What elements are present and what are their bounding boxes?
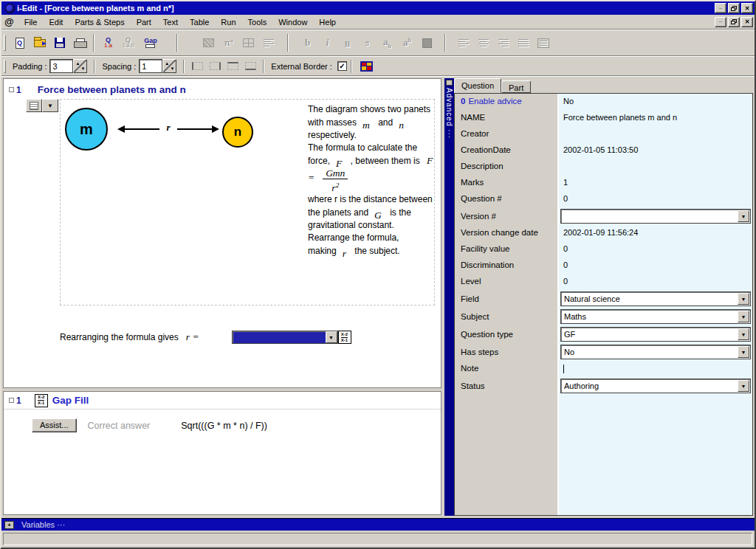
- menu-file[interactable]: File: [18, 15, 44, 29]
- justify-button[interactable]: [513, 33, 533, 53]
- padding-input[interactable]: 3: [49, 59, 73, 73]
- insert-image-button[interactable]: [199, 33, 219, 53]
- property-label[interactable]: Subject: [455, 312, 559, 321]
- menu-edit[interactable]: Edit: [43, 15, 69, 29]
- menu-help[interactable]: Help: [313, 15, 342, 29]
- property-label[interactable]: Marks: [455, 175, 559, 187]
- status-combobox[interactable]: Authoring▼: [560, 379, 751, 393]
- child-minimize-button[interactable]: _: [715, 17, 726, 27]
- close-button[interactable]: ✕: [741, 3, 753, 13]
- align-right-button[interactable]: [493, 33, 513, 53]
- gap-fill-icon[interactable]: X-2X-1: [338, 331, 351, 344]
- property-value[interactable]: [559, 159, 752, 162]
- print-button[interactable]: [69, 33, 89, 53]
- child-restore-button[interactable]: [728, 17, 740, 27]
- border-top-button[interactable]: [224, 59, 241, 74]
- subject-combobox[interactable]: Maths▼: [560, 309, 751, 324]
- gap-button[interactable]: Gap: [138, 33, 163, 53]
- property-label[interactable]: Discrimination: [455, 258, 559, 269]
- padding-stepper[interactable]: ▲▼: [73, 59, 87, 73]
- spacing-stepper[interactable]: ▲▼: [162, 59, 176, 73]
- menu-text[interactable]: Text: [157, 15, 184, 29]
- paragraph-button[interactable]: [258, 33, 278, 53]
- property-value[interactable]: 0: [559, 258, 752, 269]
- align-center-button[interactable]: [473, 33, 493, 53]
- property-value[interactable]: 0: [559, 191, 752, 203]
- property-label[interactable]: Creator: [455, 126, 559, 138]
- property-label[interactable]: Version #: [455, 212, 559, 221]
- preview-question-button[interactable]: Q: [10, 33, 30, 53]
- restore-button[interactable]: [728, 3, 740, 13]
- property-value[interactable]: No: [559, 94, 752, 106]
- property-label[interactable]: Question type: [455, 330, 559, 339]
- underline-button[interactable]: u: [337, 33, 357, 53]
- question-title[interactable]: Force between planets m and n: [38, 84, 186, 95]
- chevron-down-icon[interactable]: ▼: [738, 210, 749, 222]
- open-button[interactable]: [30, 33, 49, 53]
- property-value[interactable]: 0: [559, 274, 752, 286]
- toolbar-grabber[interactable]: [4, 60, 6, 73]
- menu-tools[interactable]: Tools: [242, 15, 273, 29]
- chevron-down-icon[interactable]: ▼: [738, 380, 749, 392]
- property-label[interactable]: Level: [455, 274, 559, 286]
- gap-fill-title[interactable]: Gap Fill: [52, 395, 89, 406]
- menu-window[interactable]: Window: [272, 15, 313, 29]
- table-colors-button[interactable]: [360, 61, 373, 72]
- property-value[interactable]: 2002-01-05 11:03:50: [559, 142, 752, 154]
- superscript-button[interactable]: ab: [397, 33, 417, 53]
- tab-question[interactable]: Question: [454, 78, 501, 93]
- chevron-down-icon[interactable]: ▼: [738, 293, 749, 305]
- advanced-splitter[interactable]: Advanced ···: [444, 78, 454, 516]
- minimize-button[interactable]: _: [715, 3, 726, 13]
- property-label[interactable]: CreationDate: [455, 142, 559, 154]
- chevron-down-icon[interactable]: ▼: [738, 346, 749, 358]
- property-label[interactable]: Question #: [455, 191, 559, 203]
- border-right-button[interactable]: [206, 59, 224, 74]
- menu-run[interactable]: Run: [215, 15, 241, 29]
- align-left-button[interactable]: [453, 33, 473, 53]
- property-value[interactable]: [559, 126, 752, 129]
- collapse-box-icon[interactable]: [9, 398, 14, 403]
- question-step-button[interactable]: Q1.a.b: [118, 33, 138, 53]
- tab-part[interactable]: Part: [501, 80, 531, 93]
- italic-button[interactable]: i: [317, 33, 337, 53]
- property-value[interactable]: 2002-01-09 11:56:24: [559, 225, 752, 237]
- question-text[interactable]: The diagram shows two panets with masses…: [308, 103, 438, 258]
- toolbar-grabber[interactable]: [4, 35, 6, 51]
- has-steps-combobox[interactable]: No▼: [560, 345, 751, 359]
- property-label[interactable]: Facility value: [455, 241, 559, 253]
- menu-part[interactable]: Part: [131, 15, 157, 29]
- document-icon[interactable]: @: [4, 16, 14, 27]
- text-color-button[interactable]: [417, 33, 437, 53]
- property-label[interactable]: Version change date: [455, 225, 559, 237]
- bold-button[interactable]: b: [298, 33, 317, 53]
- question-part-button[interactable]: Q1.a: [98, 33, 118, 53]
- property-value[interactable]: Force between planets m and n: [559, 110, 752, 122]
- strikethrough-button[interactable]: s: [357, 33, 377, 53]
- property-value[interactable]: 0: [559, 241, 752, 253]
- insert-equation-button[interactable]: π³: [219, 33, 238, 53]
- property-label[interactable]: Has steps: [455, 348, 559, 356]
- property-label[interactable]: Status: [455, 381, 559, 390]
- correct-answer-value[interactable]: Sqrt(((G * m * n) / F)): [181, 421, 267, 431]
- chevron-down-icon[interactable]: ▼: [738, 328, 749, 340]
- insert-table-button[interactable]: [238, 33, 258, 53]
- spacing-input[interactable]: 1: [139, 59, 162, 73]
- external-border-checkbox[interactable]: ✓: [337, 61, 347, 71]
- property-label[interactable]: Note: [455, 361, 559, 373]
- assist-button[interactable]: Assist...: [32, 418, 77, 432]
- child-close-button[interactable]: ✕: [741, 17, 753, 27]
- chevron-down-icon[interactable]: ▼: [326, 331, 337, 343]
- property-label[interactable]: Description: [455, 159, 559, 170]
- collapse-box-icon[interactable]: [9, 87, 14, 92]
- line-spacing-button[interactable]: [533, 33, 553, 53]
- answer-dropdown[interactable]: ▼: [232, 331, 338, 344]
- property-label[interactable]: NAME: [455, 110, 559, 122]
- field-combobox[interactable]: Natural science▼: [560, 291, 751, 306]
- cell-menu-button[interactable]: ▼: [42, 99, 58, 112]
- property-label[interactable]: Field: [455, 294, 559, 303]
- question-type-combobox[interactable]: GF▼: [560, 327, 751, 342]
- menu-table[interactable]: Table: [184, 15, 215, 29]
- property-value[interactable]: 1: [559, 175, 752, 187]
- property-label[interactable]: 0Enable advice: [455, 94, 559, 106]
